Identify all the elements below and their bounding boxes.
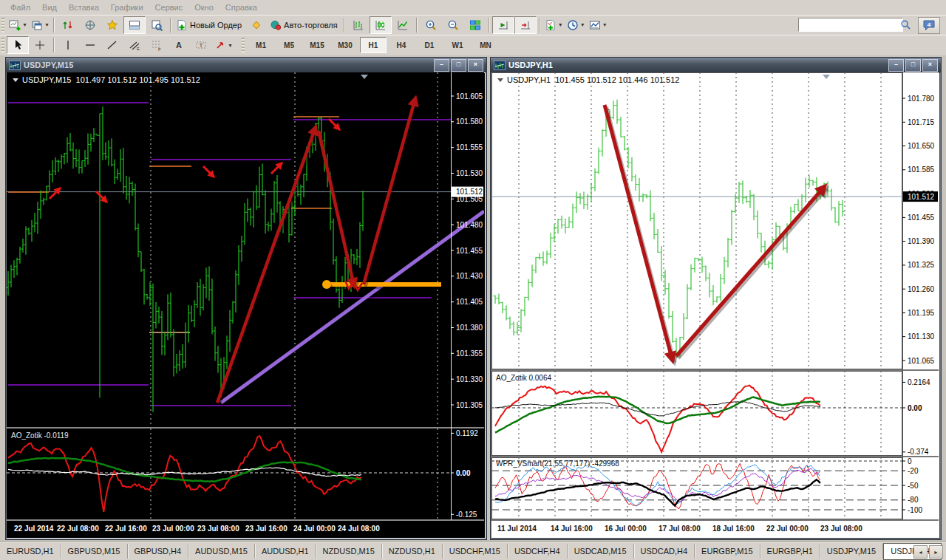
window-close-button[interactable]: × — [922, 59, 938, 72]
zoom-in-icon — [425, 19, 437, 31]
timeframe-button-w1[interactable]: W1 — [444, 37, 471, 53]
data-window-button[interactable] — [79, 16, 101, 34]
notifications-button[interactable]: 4 — [918, 17, 940, 34]
timeframe-button-h1[interactable]: H1 — [360, 37, 387, 53]
autotrading-icon — [270, 19, 282, 31]
menu-item-окно[interactable]: Окно — [188, 1, 220, 13]
window-minimize-button[interactable]: – — [434, 59, 449, 72]
svg-text:101.455: 101.455 — [908, 214, 935, 222]
periods-button[interactable]: ▾ — [565, 16, 587, 34]
menu-item-файл[interactable]: Файл — [4, 1, 36, 13]
terminal-button[interactable] — [123, 16, 146, 34]
svg-text:101.512: 101.512 — [908, 193, 935, 201]
vertical-line-tool-button[interactable] — [57, 36, 79, 54]
svg-text:101.195: 101.195 — [908, 309, 935, 317]
toolbar-handle[interactable] — [1, 38, 4, 52]
search-icon[interactable] — [899, 18, 912, 31]
autoscroll-button[interactable] — [492, 16, 514, 34]
fibonacci-tool-button[interactable]: F — [146, 36, 168, 54]
window-titlebar[interactable]: USDJPY,H1 – □ × — [491, 58, 941, 72]
text-tool-button[interactable]: A — [168, 36, 190, 54]
chart-tab-eurgbp-h1[interactable]: EURGBP,H1 — [760, 544, 820, 559]
chart-window-usdjpy-h1[interactable]: USDJPY,H1 – □ × 101.780101.715101.650101… — [490, 57, 942, 540]
strategy-tester-button[interactable] — [146, 16, 168, 34]
timeframe-button-h4[interactable]: H4 — [388, 37, 415, 53]
metaeditor-button[interactable] — [245, 16, 268, 34]
navigator-button[interactable] — [101, 16, 123, 34]
chart-tab-usdcad-h4[interactable]: USDCAD,H4 — [634, 544, 695, 559]
dropdown-caret-icon[interactable]: ▾ — [603, 21, 606, 28]
new-order-button[interactable]: Новый Ордер — [174, 16, 245, 34]
new-chart-button[interactable]: ▾ — [7, 16, 29, 34]
chart-shift-button[interactable] — [514, 16, 537, 34]
timeframe-button-m15[interactable]: M15 — [304, 37, 330, 53]
chart-tab-eurgbp-m15[interactable]: EURGBP,M15 — [695, 544, 760, 559]
chart-tab-usdcad-m15[interactable]: USDCAD,M15 — [568, 544, 634, 559]
chart-tab-gbpusd-h4[interactable]: GBPUSD,H4 — [128, 544, 189, 559]
chart-tab-usdchf-m15[interactable]: USDCHF,M15 — [443, 544, 508, 559]
chart-area-usdjpy-m15[interactable]: 101.605101.580101.555101.530101.505101.4… — [7, 72, 486, 539]
menu-item-вставка[interactable]: Вставка — [63, 1, 105, 13]
dropdown-caret-icon[interactable]: ▾ — [581, 21, 584, 28]
menu-item-справка[interactable]: Справка — [220, 1, 263, 13]
chart-window-usdjpy-m15[interactable]: USDJPY,M15 – □ × 101.605101.580101.55510… — [5, 57, 487, 540]
menu-item-сервис[interactable]: Сервис — [149, 1, 189, 13]
horizontal-line-tool-button[interactable] — [79, 36, 101, 54]
chart-bars-button[interactable] — [347, 16, 370, 34]
svg-text:-20: -20 — [908, 467, 919, 475]
dropdown-caret-icon[interactable]: ▾ — [23, 21, 26, 28]
cursor-tool-button[interactable] — [7, 36, 29, 54]
tab-scroll-right-icon[interactable]: ► — [929, 545, 943, 559]
chart-tab-gbpusd-m15[interactable]: GBPUSD,M15 — [61, 544, 128, 559]
window-title: USDJPY,H1 — [508, 61, 888, 69]
dropdown-caret-icon[interactable]: ▾ — [559, 21, 562, 28]
menu-item-вид[interactable]: Вид — [36, 1, 63, 13]
equidistant-channel-tool-button[interactable]: E — [123, 36, 146, 54]
dropdown-caret-icon[interactable]: ▾ — [228, 42, 231, 49]
terminal-icon — [129, 19, 140, 31]
crosshair-icon — [34, 39, 46, 51]
svg-text:23 Jul 00:00: 23 Jul 00:00 — [152, 525, 194, 533]
trendline-tool-button[interactable] — [101, 36, 123, 54]
tab-scroll-arrows: ◄ ► — [913, 545, 943, 559]
window-minimize-button[interactable]: – — [888, 59, 904, 72]
window-titlebar[interactable]: USDJPY,M15 – □ × — [6, 58, 486, 72]
chart-tab-eurusd-h1[interactable]: EURUSD,H1 — [0, 544, 61, 559]
timeframe-button-d1[interactable]: D1 — [416, 37, 443, 53]
timeframe-button-m30[interactable]: M30 — [332, 37, 358, 53]
chart-tab-nzdusd-h1[interactable]: NZDUSD,H1 — [382, 544, 443, 559]
timeframe-button-m1[interactable]: M1 — [248, 37, 274, 53]
window-close-button[interactable]: × — [468, 59, 483, 72]
chart-candles-button[interactable] — [370, 16, 392, 34]
chart-line-button[interactable] — [392, 16, 414, 34]
menu-item-графики[interactable]: Графики — [105, 1, 149, 13]
timeframe-button-mn[interactable]: MN — [472, 37, 499, 53]
zoom-out-button[interactable] — [442, 16, 464, 34]
arrows-tool-button[interactable]: ▾ — [212, 36, 234, 54]
toolbar-handle[interactable] — [242, 38, 245, 52]
crosshair-tool-button[interactable] — [29, 36, 51, 54]
timeframe-button-m5[interactable]: M5 — [276, 37, 302, 53]
window-maximize-button[interactable]: □ — [905, 59, 921, 72]
chart-area-usdjpy-h1[interactable]: 101.780101.715101.650101.585101.520101.4… — [491, 72, 940, 539]
profiles-button[interactable]: ▾ — [29, 16, 51, 34]
indicators-button[interactable]: ▾ — [542, 16, 565, 34]
search-input[interactable] — [798, 18, 903, 32]
label-tool-button[interactable]: T — [190, 36, 212, 54]
chart-tab-nzdusd-m15[interactable]: NZDUSD,M15 — [316, 544, 382, 559]
toolbar-handle[interactable] — [1, 18, 4, 33]
chart-tab-usdjpy-m15[interactable]: USDJPY,M15 — [820, 544, 883, 559]
zoom-in-button[interactable] — [420, 16, 442, 34]
dropdown-caret-icon[interactable]: ▾ — [45, 21, 48, 28]
toolbar-separator — [53, 38, 55, 52]
window-maximize-button[interactable]: □ — [451, 59, 466, 72]
svg-text:AO_Zotik 0.0064: AO_Zotik 0.0064 — [496, 374, 551, 382]
autotrading-button[interactable]: Авто-торговля — [268, 16, 341, 34]
chart-tab-audusd-m15[interactable]: AUDUSD,M15 — [188, 544, 255, 559]
templates-button[interactable]: ▾ — [587, 16, 609, 34]
chart-tab-usdchf-h4[interactable]: USDCHF,H4 — [508, 544, 568, 559]
market-watch-button[interactable] — [57, 16, 79, 34]
tile-windows-button[interactable] — [464, 16, 486, 34]
chart-tab-audusd-h1[interactable]: AUDUSD,H1 — [255, 544, 316, 559]
tab-scroll-left-icon[interactable]: ◄ — [913, 545, 928, 559]
